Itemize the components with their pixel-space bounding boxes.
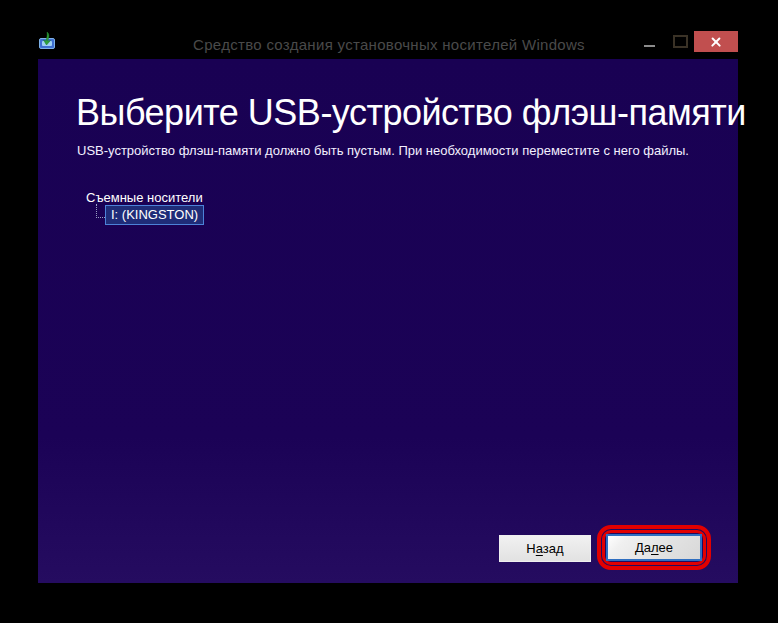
close-icon [710, 36, 722, 48]
maximize-button[interactable] [668, 31, 692, 52]
back-button[interactable]: Назад [499, 535, 591, 562]
red-highlight-annotation: Далее [597, 525, 711, 570]
back-button-label-key: а [536, 541, 543, 556]
back-button-label-pre: Н [526, 541, 535, 556]
next-button-label-pre: Да [635, 540, 651, 555]
tree-row: I: (KINGSTON) [96, 204, 204, 225]
minimize-button[interactable] [636, 31, 662, 52]
red-highlight-annotation-inner: Далее [602, 530, 706, 565]
next-button-label-post: ее [659, 540, 673, 555]
minimize-icon [644, 45, 655, 47]
client-area: Выберите USB-устройство флэш-памяти USB-… [38, 59, 738, 583]
next-button[interactable]: Далее [606, 534, 702, 561]
window: Средство создания установочных носителей… [0, 0, 778, 623]
maximize-icon [673, 35, 688, 48]
next-button-label-key: л [651, 540, 659, 555]
tree-item-usb-drive[interactable]: I: (KINGSTON) [105, 205, 204, 225]
back-button-label-post: зад [543, 541, 564, 556]
page-title: Выберите USB-устройство флэш-памяти [76, 92, 746, 134]
tree-group-removable-media[interactable]: Съемные носители [86, 190, 203, 205]
tree-connector-icon [96, 204, 105, 218]
page-subtitle: USB-устройство флэш-памяти должно быть п… [77, 143, 689, 158]
close-button[interactable] [694, 31, 738, 52]
